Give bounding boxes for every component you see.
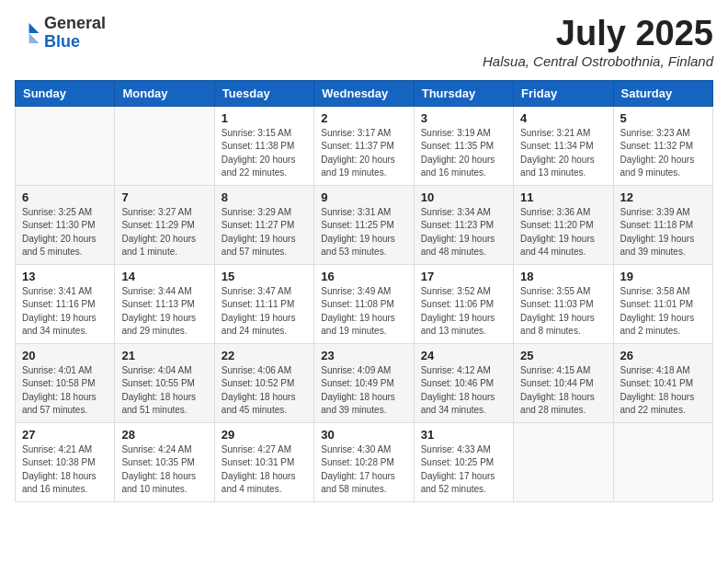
day-number: 26 — [620, 349, 706, 362]
day-detail: Sunrise: 3:52 AM Sunset: 11:06 PM Daylig… — [421, 285, 506, 339]
day-number: 10 — [421, 190, 506, 204]
calendar-cell: 17Sunrise: 3:52 AM Sunset: 11:06 PM Dayl… — [414, 264, 513, 343]
calendar-cell: 6Sunrise: 3:25 AM Sunset: 11:30 PM Dayli… — [16, 185, 115, 264]
day-number: 9 — [321, 190, 406, 204]
calendar-cell: 24Sunrise: 4:12 AM Sunset: 10:46 PM Dayl… — [414, 343, 513, 422]
day-detail: Sunrise: 4:30 AM Sunset: 10:28 PM Daylig… — [321, 443, 406, 497]
day-number: 17 — [421, 270, 506, 283]
calendar-table: SundayMondayTuesdayWednesdayThursdayFrid… — [15, 80, 713, 502]
day-number: 29 — [222, 428, 307, 442]
calendar-cell: 29Sunrise: 4:27 AM Sunset: 10:31 PM Dayl… — [214, 422, 313, 501]
calendar-cell: 21Sunrise: 4:04 AM Sunset: 10:55 PM Dayl… — [115, 343, 214, 422]
calendar-cell: 13Sunrise: 3:41 AM Sunset: 11:16 PM Dayl… — [16, 264, 115, 343]
day-detail: Sunrise: 3:23 AM Sunset: 11:32 PM Daylig… — [620, 127, 706, 180]
day-detail: Sunrise: 3:15 AM Sunset: 11:38 PM Daylig… — [222, 127, 307, 180]
calendar-cell: 18Sunrise: 3:55 AM Sunset: 11:03 PM Dayl… — [514, 264, 613, 343]
page-header: General Blue July 2025 Halsua, Central O… — [15, 15, 713, 69]
day-detail: Sunrise: 3:55 AM Sunset: 11:03 PM Daylig… — [520, 285, 606, 339]
day-detail: Sunrise: 4:01 AM Sunset: 10:58 PM Daylig… — [22, 364, 108, 418]
calendar-cell — [514, 422, 613, 501]
day-number: 28 — [121, 428, 207, 442]
day-detail: Sunrise: 3:29 AM Sunset: 11:27 PM Daylig… — [222, 206, 307, 259]
day-header-saturday: Saturday — [613, 80, 712, 106]
day-detail: Sunrise: 4:15 AM Sunset: 10:44 PM Daylig… — [520, 364, 606, 418]
calendar-week-row: 20Sunrise: 4:01 AM Sunset: 10:58 PM Dayl… — [16, 343, 713, 422]
calendar-cell: 3Sunrise: 3:19 AM Sunset: 11:35 PM Dayli… — [414, 106, 513, 185]
day-detail: Sunrise: 4:18 AM Sunset: 10:41 PM Daylig… — [620, 364, 706, 418]
day-number: 13 — [22, 270, 108, 283]
calendar-cell: 25Sunrise: 4:15 AM Sunset: 10:44 PM Dayl… — [514, 343, 613, 422]
day-detail: Sunrise: 3:17 AM Sunset: 11:37 PM Daylig… — [321, 127, 406, 180]
logo-text: General Blue — [44, 15, 106, 52]
day-number: 31 — [421, 428, 506, 442]
day-number: 3 — [421, 111, 506, 125]
day-number: 2 — [321, 111, 406, 125]
day-detail: Sunrise: 3:19 AM Sunset: 11:35 PM Daylig… — [421, 127, 506, 180]
day-header-sunday: Sunday — [16, 80, 115, 106]
day-number: 19 — [620, 270, 706, 283]
svg-marker-0 — [29, 23, 40, 33]
day-number: 24 — [421, 349, 506, 362]
logo-general: General — [44, 14, 106, 32]
calendar-cell: 31Sunrise: 4:33 AM Sunset: 10:25 PM Dayl… — [414, 422, 513, 501]
day-detail: Sunrise: 3:34 AM Sunset: 11:23 PM Daylig… — [421, 206, 506, 259]
calendar-cell: 30Sunrise: 4:30 AM Sunset: 10:28 PM Dayl… — [314, 422, 414, 501]
calendar-cell: 2Sunrise: 3:17 AM Sunset: 11:37 PM Dayli… — [314, 106, 414, 185]
day-number: 1 — [222, 111, 307, 125]
day-detail: Sunrise: 4:24 AM Sunset: 10:35 PM Daylig… — [121, 443, 207, 497]
calendar-week-row: 6Sunrise: 3:25 AM Sunset: 11:30 PM Dayli… — [16, 185, 713, 264]
calendar-cell: 28Sunrise: 4:24 AM Sunset: 10:35 PM Dayl… — [115, 422, 214, 501]
logo: General Blue — [15, 15, 106, 52]
day-header-friday: Friday — [514, 80, 613, 106]
calendar-cell — [613, 422, 712, 501]
calendar-cell: 15Sunrise: 3:47 AM Sunset: 11:11 PM Dayl… — [214, 264, 313, 343]
day-number: 4 — [520, 111, 606, 125]
day-detail: Sunrise: 3:49 AM Sunset: 11:08 PM Daylig… — [321, 285, 406, 339]
svg-marker-1 — [29, 33, 40, 43]
day-number: 22 — [222, 349, 307, 362]
day-number: 5 — [620, 111, 706, 125]
calendar-cell: 7Sunrise: 3:27 AM Sunset: 11:29 PM Dayli… — [115, 185, 214, 264]
calendar-cell — [16, 106, 115, 185]
calendar-cell: 16Sunrise: 3:49 AM Sunset: 11:08 PM Dayl… — [314, 264, 414, 343]
day-detail: Sunrise: 4:27 AM Sunset: 10:31 PM Daylig… — [222, 443, 307, 497]
calendar-cell — [115, 106, 214, 185]
day-detail: Sunrise: 4:09 AM Sunset: 10:49 PM Daylig… — [321, 364, 406, 418]
calendar-cell: 23Sunrise: 4:09 AM Sunset: 10:49 PM Dayl… — [314, 343, 414, 422]
day-number: 16 — [321, 270, 406, 283]
calendar-header-row: SundayMondayTuesdayWednesdayThursdayFrid… — [16, 80, 713, 106]
day-detail: Sunrise: 4:12 AM Sunset: 10:46 PM Daylig… — [421, 364, 506, 418]
calendar-cell: 11Sunrise: 3:36 AM Sunset: 11:20 PM Dayl… — [514, 185, 613, 264]
calendar-cell: 27Sunrise: 4:21 AM Sunset: 10:38 PM Dayl… — [16, 422, 115, 501]
day-detail: Sunrise: 3:44 AM Sunset: 11:13 PM Daylig… — [121, 285, 207, 339]
day-number: 18 — [520, 270, 606, 283]
day-detail: Sunrise: 3:58 AM Sunset: 11:01 PM Daylig… — [620, 285, 706, 339]
main-title: July 2025 — [483, 15, 713, 53]
day-number: 20 — [22, 349, 108, 362]
calendar-cell: 4Sunrise: 3:21 AM Sunset: 11:34 PM Dayli… — [514, 106, 613, 185]
day-header-thursday: Thursday — [414, 80, 513, 106]
day-detail: Sunrise: 3:25 AM Sunset: 11:30 PM Daylig… — [22, 206, 108, 259]
day-detail: Sunrise: 4:21 AM Sunset: 10:38 PM Daylig… — [22, 443, 108, 497]
calendar-cell: 19Sunrise: 3:58 AM Sunset: 11:01 PM Dayl… — [613, 264, 712, 343]
day-header-monday: Monday — [115, 80, 214, 106]
day-detail: Sunrise: 3:27 AM Sunset: 11:29 PM Daylig… — [121, 206, 207, 259]
calendar-cell: 20Sunrise: 4:01 AM Sunset: 10:58 PM Dayl… — [16, 343, 115, 422]
day-header-tuesday: Tuesday — [214, 80, 313, 106]
calendar-week-row: 1Sunrise: 3:15 AM Sunset: 11:38 PM Dayli… — [16, 106, 713, 185]
day-number: 6 — [22, 190, 108, 204]
calendar-cell: 9Sunrise: 3:31 AM Sunset: 11:25 PM Dayli… — [314, 185, 414, 264]
calendar-week-row: 27Sunrise: 4:21 AM Sunset: 10:38 PM Dayl… — [16, 422, 713, 501]
day-number: 23 — [321, 349, 406, 362]
day-number: 14 — [121, 270, 207, 283]
day-detail: Sunrise: 3:39 AM Sunset: 11:18 PM Daylig… — [620, 206, 706, 259]
day-detail: Sunrise: 4:33 AM Sunset: 10:25 PM Daylig… — [421, 443, 506, 497]
day-header-wednesday: Wednesday — [314, 80, 414, 106]
day-number: 15 — [222, 270, 307, 283]
day-number: 11 — [520, 190, 606, 204]
day-detail: Sunrise: 3:36 AM Sunset: 11:20 PM Daylig… — [520, 206, 606, 259]
day-number: 12 — [620, 190, 706, 204]
day-number: 25 — [520, 349, 606, 362]
calendar-week-row: 13Sunrise: 3:41 AM Sunset: 11:16 PM Dayl… — [16, 264, 713, 343]
day-number: 21 — [121, 349, 207, 362]
